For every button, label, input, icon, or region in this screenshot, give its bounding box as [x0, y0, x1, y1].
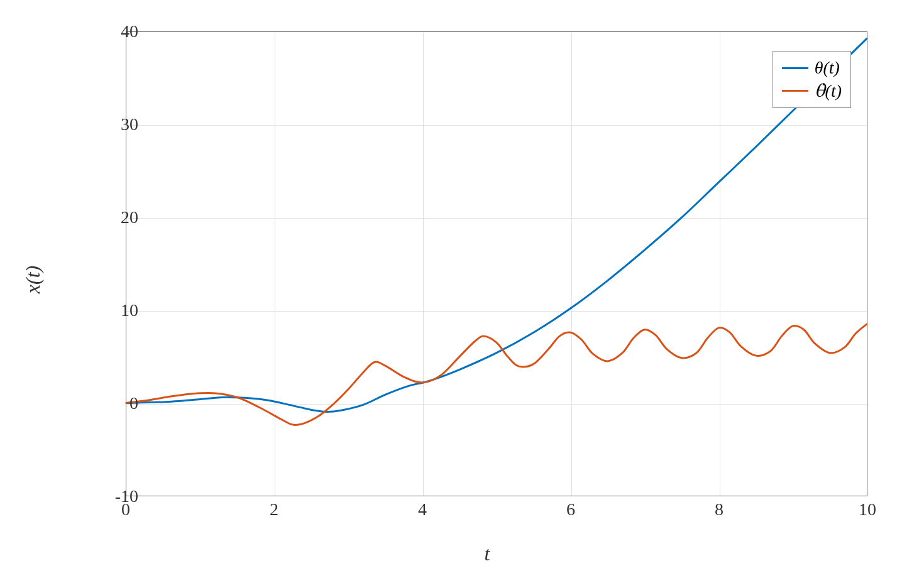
y-tick-label: 20	[121, 207, 138, 227]
legend-label: θ(t)	[815, 58, 840, 78]
legend-item-theta: θ(t)	[782, 57, 842, 79]
y-tick-label: -10	[115, 486, 138, 506]
legend-swatch	[782, 90, 808, 92]
y-tick-label: 40	[121, 21, 138, 41]
legend-label: θ̇(t)	[815, 80, 842, 101]
legend: θ(t) θ̇(t)	[773, 51, 851, 108]
x-tick-label: 10	[859, 499, 876, 520]
legend-item-theta-dot: θ̇(t)	[782, 79, 842, 102]
y-axis-label: x(t)	[21, 266, 45, 293]
series-line	[126, 324, 867, 425]
x-axis-label: t	[485, 542, 490, 565]
chart-container: θ(t) θ̇(t) t x(t) 0246810-10010203040	[88, 25, 886, 534]
legend-swatch	[782, 67, 808, 69]
x-tick-label: 6	[566, 499, 575, 520]
x-tick-label: 8	[715, 499, 723, 520]
y-tick-label: 30	[121, 114, 138, 134]
y-tick-label: 10	[121, 300, 138, 320]
chart-lines-svg	[126, 32, 867, 496]
plot-area: θ(t) θ̇(t)	[126, 31, 867, 496]
y-tick-label: 0	[129, 393, 138, 413]
x-tick-label: 4	[418, 499, 427, 520]
x-tick-label: 2	[270, 499, 278, 520]
